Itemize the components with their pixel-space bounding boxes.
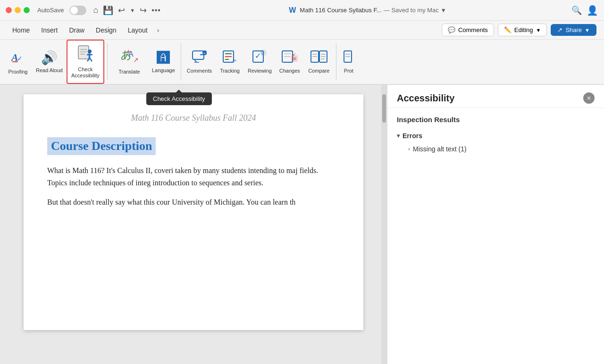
title-section: W Math 116 Course Syllabus F... — Saved … xyxy=(168,6,568,15)
document-title-text: Math 116 Course Syllabus Fall 2024 xyxy=(47,113,340,123)
close-icon: × xyxy=(587,94,591,102)
separator-1 xyxy=(107,43,108,80)
comments-icon: 💬 xyxy=(448,26,455,33)
missing-alt-text-chevron-icon: › xyxy=(408,146,410,152)
saved-dropdown[interactable]: ▼ xyxy=(441,7,446,14)
inspection-results-title: Inspection Results xyxy=(397,116,595,124)
protect-icon xyxy=(343,49,354,66)
svg-point-7 xyxy=(88,50,92,53)
panel-close-button[interactable]: × xyxy=(583,92,595,104)
home-icon[interactable]: ⌂ xyxy=(93,5,98,15)
tooltip-text: Check Accessibility xyxy=(153,95,205,102)
svg-text:✕: ✕ xyxy=(293,56,296,61)
menu-draw[interactable]: Draw xyxy=(64,25,89,36)
redo-icon[interactable]: ↪ xyxy=(140,5,147,16)
reviewing-label: Reviewing xyxy=(248,68,272,74)
proofing-label: Proofing xyxy=(8,69,28,75)
ribbon-tracking[interactable]: ✏ Tracking xyxy=(216,40,244,84)
autosave-label: AutoSave xyxy=(37,7,64,14)
proofing-icon: A ✓ xyxy=(10,49,25,67)
titlebar-right: 🔍 👤 xyxy=(571,5,598,16)
ribbon-reviewing[interactable]: ✓ i Reviewing xyxy=(245,40,275,84)
svg-line-11 xyxy=(90,58,92,61)
maximize-button[interactable] xyxy=(24,7,30,13)
scrollbar[interactable] xyxy=(381,85,387,364)
panel-title: Accessibility xyxy=(397,93,454,104)
editing-label: Editing xyxy=(514,26,533,33)
profile-icon[interactable]: 👤 xyxy=(587,5,598,16)
ribbon-protect[interactable]: Prot xyxy=(339,40,358,84)
document-page: Math 116 Course Syllabus Fall 2024 Cours… xyxy=(24,94,363,330)
ribbon-check-accessibility[interactable]: Check Accessibility xyxy=(67,40,104,84)
panel-body: Inspection Results ▾ Errors › Missing al… xyxy=(387,108,604,163)
document-body: What is Math 116? It's Calculus II, cove… xyxy=(47,165,340,208)
missing-alt-text-item[interactable]: › Missing alt text (1) xyxy=(397,142,595,156)
read-aloud-icon: 🔊 xyxy=(41,50,58,66)
share-dropdown-icon: ▼ xyxy=(585,27,590,33)
traffic-lights xyxy=(6,7,30,13)
share-icon: ↗ xyxy=(557,26,562,33)
editing-dropdown-icon: ▼ xyxy=(536,27,541,33)
document-area: Check Accessibility Math 116 Course Syll… xyxy=(0,85,387,364)
ribbon-language[interactable]: 🅰 Language xyxy=(149,40,178,84)
titlebar-icons: ⌂ 💾 ↩ ▼ ↪ ••• xyxy=(93,5,161,16)
svg-text:↙: ↙ xyxy=(293,52,296,57)
missing-alt-text-label: Missing alt text (1) xyxy=(413,145,467,153)
check-accessibility-icon xyxy=(76,45,94,65)
ribbon-proofing[interactable]: A ✓ Proofing xyxy=(4,40,32,84)
errors-header[interactable]: ▾ Errors xyxy=(397,129,595,142)
editing-button[interactable]: ✏️ Editing ▼ xyxy=(498,24,547,36)
accessibility-panel: Accessibility × Inspection Results ▾ Err… xyxy=(387,85,604,364)
changes-label: Changes xyxy=(279,68,300,74)
ribbon-changes[interactable]: ✕ ↙ Changes xyxy=(276,40,304,84)
comments-ribbon-icon: + xyxy=(192,49,207,66)
save-icon[interactable]: 💾 xyxy=(103,5,113,16)
errors-label: Errors xyxy=(403,132,422,140)
error-section: ▾ Errors › Missing alt text (1) xyxy=(397,129,595,156)
svg-text:i: i xyxy=(261,51,262,56)
ribbon-read-aloud[interactable]: 🔊 Read Aloud xyxy=(33,40,66,84)
main-area: Check Accessibility Math 116 Course Syll… xyxy=(0,85,604,364)
minimize-button[interactable] xyxy=(15,7,21,13)
separator-3 xyxy=(336,43,336,80)
ribbon-comments[interactable]: + Comments xyxy=(184,40,215,84)
check-accessibility-label: Check Accessibility xyxy=(71,66,100,79)
menu-more-icon[interactable]: › xyxy=(154,25,162,36)
svg-text:✏: ✏ xyxy=(233,58,237,63)
undo-icon[interactable]: ↩ xyxy=(118,5,125,16)
svg-text:↗: ↗ xyxy=(133,56,138,64)
saved-status: — Saved to my Mac xyxy=(384,7,439,14)
menubar: Home Insert Draw Design Layout › 💬 Comme… xyxy=(0,21,604,40)
ribbon-translate[interactable]: あ A ↗ Translate xyxy=(110,40,148,84)
document-heading[interactable]: Course Description xyxy=(47,137,156,155)
svg-text:✓: ✓ xyxy=(255,52,261,60)
ribbon: A ✓ Proofing 🔊 Read Aloud xyxy=(0,40,604,85)
share-button[interactable]: ↗ Share ▼ xyxy=(551,24,596,36)
word-logo: W xyxy=(289,6,296,15)
menubar-right: 💬 Comments ✏️ Editing ▼ ↗ Share ▼ xyxy=(442,24,596,36)
search-icon[interactable]: 🔍 xyxy=(571,5,582,16)
paragraph-1: What is Math 116? It's Calculus II, cove… xyxy=(47,165,340,189)
check-accessibility-tooltip: Check Accessibility xyxy=(146,92,212,105)
comments-label: Comments xyxy=(458,26,488,33)
more-icon[interactable]: ••• xyxy=(151,6,161,15)
scrollbar-thumb[interactable] xyxy=(382,94,386,123)
ribbon-compare[interactable]: Compare xyxy=(305,40,333,84)
menu-layout[interactable]: Layout xyxy=(123,25,152,36)
menu-design[interactable]: Design xyxy=(91,25,121,36)
menu-insert[interactable]: Insert xyxy=(36,25,62,36)
protect-label: Prot xyxy=(344,68,353,74)
undo-dropdown-icon[interactable]: ▼ xyxy=(130,8,135,13)
translate-icon: あ A ↗ xyxy=(121,48,138,67)
comments-button[interactable]: 💬 Comments xyxy=(442,24,494,36)
paragraph-2: But that doesn't really say what this co… xyxy=(47,196,340,208)
close-button[interactable] xyxy=(6,7,12,13)
share-label: Share xyxy=(565,26,582,33)
document-title: Math 116 Course Syllabus F... xyxy=(300,7,381,14)
language-label: Language xyxy=(152,67,175,74)
autosave-toggle[interactable] xyxy=(69,6,86,15)
svg-text:✓: ✓ xyxy=(17,55,23,62)
svg-rect-3 xyxy=(78,46,89,59)
menu-home[interactable]: Home xyxy=(8,25,34,36)
tracking-icon: ✏ xyxy=(222,49,237,66)
